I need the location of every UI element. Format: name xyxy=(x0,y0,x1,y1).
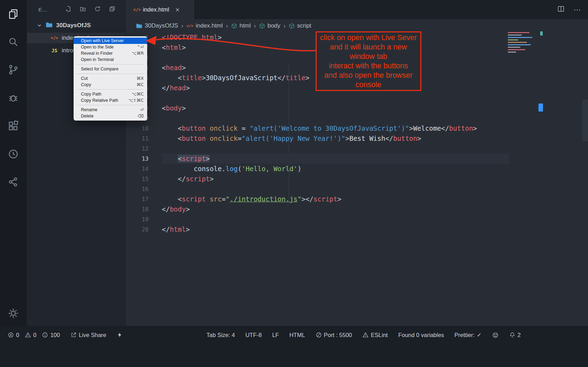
info-count[interactable]: 100 xyxy=(42,332,60,338)
line-text: <script> xyxy=(162,154,509,164)
breadcrumb-script[interactable]: script xyxy=(289,22,311,29)
notifications-bell[interactable]: 2 xyxy=(509,332,521,338)
breadcrumb-body[interactable]: body xyxy=(259,22,280,29)
code-line-7[interactable]: 7 xyxy=(126,93,509,103)
code-token xyxy=(206,124,210,132)
tab-size-status[interactable]: Tab Size: 4 xyxy=(206,332,235,338)
extensions-icon[interactable] xyxy=(6,119,20,133)
prettier-status[interactable]: Prettier:✓ xyxy=(454,332,482,338)
close-icon[interactable]: × xyxy=(175,6,180,13)
tree-root-folder[interactable]: 30DaysOfJS xyxy=(27,20,125,31)
annotation-line: console xyxy=(317,80,420,90)
eslint-status[interactable]: ESLint xyxy=(362,332,388,338)
code-token: </ xyxy=(162,84,170,92)
menu-item-open-in-terminal[interactable]: Open in Terminal xyxy=(74,56,147,63)
live-share-icon[interactable] xyxy=(6,175,20,189)
source-control-icon[interactable] xyxy=(6,63,20,77)
code-token: </ xyxy=(385,135,393,142)
code-token: <!DOCTYPE html xyxy=(162,33,218,41)
code-token: html xyxy=(166,44,182,51)
scrollbar[interactable] xyxy=(582,100,588,142)
code-line-9[interactable]: 9 xyxy=(126,113,509,123)
code-token: > xyxy=(206,155,210,162)
line-number: 19 xyxy=(126,214,149,224)
problems-errors[interactable]: 0 xyxy=(8,332,19,338)
annotation-line: interact with the buttons xyxy=(317,61,420,71)
breadcrumb-separator: › xyxy=(226,22,228,30)
menu-item-rename[interactable]: Rename⏎ xyxy=(74,107,147,113)
explorer-icon[interactable] xyxy=(6,7,20,21)
code-line-17[interactable]: 17 <script src="./introduction.js"></scr… xyxy=(126,194,509,204)
code-token xyxy=(162,165,194,173)
bell-icon xyxy=(509,332,515,338)
line-number: 14 xyxy=(126,164,149,174)
chevron-down-icon xyxy=(37,23,42,28)
menu-item-select-for-compare[interactable]: Select for Compare xyxy=(74,66,147,72)
breadcrumb-html[interactable]: html xyxy=(231,22,251,29)
line-text xyxy=(162,93,509,103)
code-line-16[interactable]: 16 xyxy=(126,184,509,194)
language-status[interactable]: HTML xyxy=(289,332,305,338)
feedback-smiley[interactable] xyxy=(492,332,499,338)
code-token: " xyxy=(226,195,229,203)
code-line-20[interactable]: 20</html> xyxy=(126,224,509,235)
split-editor-icon[interactable] xyxy=(557,5,565,14)
code-token: " xyxy=(297,195,301,203)
code-token: head xyxy=(170,84,186,92)
code-line-13[interactable]: 13 <script> xyxy=(126,154,509,164)
settings-gear-icon[interactable] xyxy=(6,306,20,320)
annotation-line: window tab xyxy=(317,52,420,61)
menu-item-label: Copy xyxy=(81,82,91,87)
menu-item-open-with-live-server[interactable]: Open with Live Server xyxy=(74,38,147,44)
menu-item-copy[interactable]: Copy⌘C xyxy=(74,82,147,88)
breadcrumb-separator: › xyxy=(181,22,183,30)
live-share-status[interactable]: Live Share xyxy=(70,332,106,338)
code-line-8[interactable]: 8<body> xyxy=(126,103,509,113)
code-line-12[interactable]: 12 xyxy=(126,144,509,154)
breadcrumb-file[interactable]: </> index.html xyxy=(186,22,223,29)
tab-bar: </> index.html × ⋯ xyxy=(126,0,588,19)
search-icon[interactable] xyxy=(6,35,20,49)
code-token: < xyxy=(178,124,182,132)
code-token: > xyxy=(210,175,213,183)
problems-warnings[interactable]: 0 xyxy=(25,332,36,338)
run-debug-icon[interactable] xyxy=(6,91,20,105)
menu-item-shortcut: ⌘C xyxy=(137,82,144,87)
menu-item-cut[interactable]: Cut⌘X xyxy=(74,75,147,82)
variables-status[interactable]: Found 0 variables xyxy=(398,332,444,338)
code-line-14[interactable]: 14 console.log('Hello, World') xyxy=(126,164,509,174)
code-token: = xyxy=(222,195,226,203)
eol-status[interactable]: LF xyxy=(272,332,279,338)
port-status[interactable]: Port : 5500 xyxy=(316,332,352,338)
collapse-folders-icon[interactable] xyxy=(109,6,115,14)
menu-item-copy-relative-path[interactable]: Copy Relative Path⌥⇧⌘C xyxy=(74,97,147,104)
line-text: <button onclick = "alert('Welcome to 30D… xyxy=(162,123,509,133)
code-token: </ xyxy=(278,74,286,82)
code-line-10[interactable]: 10 <button onclick = "alert('Welcome to … xyxy=(126,123,509,133)
tab-index-html[interactable]: </> index.html × xyxy=(126,0,194,19)
menu-item-delete[interactable]: Delete⌫ xyxy=(74,113,147,119)
menu-item-copy-path[interactable]: Copy Path⌥⌘C xyxy=(74,91,147,97)
code-token: html xyxy=(170,225,186,233)
more-actions-icon[interactable]: ⋯ xyxy=(574,6,581,14)
line-number: 12 xyxy=(126,144,149,154)
line-text: </body> xyxy=(162,204,509,214)
new-folder-icon[interactable] xyxy=(80,6,86,14)
clock-icon[interactable] xyxy=(6,147,20,161)
code-line-18[interactable]: 18</body> xyxy=(126,204,509,214)
new-file-icon[interactable] xyxy=(65,6,71,14)
lightning-status[interactable] xyxy=(117,332,122,338)
code-line-19[interactable]: 19 xyxy=(126,214,509,224)
encoding-status[interactable]: UTF-8 xyxy=(246,332,262,338)
breadcrumb-folder[interactable]: 30DaysOfJS xyxy=(136,22,178,29)
refresh-icon[interactable] xyxy=(94,6,101,14)
line-number: 16 xyxy=(126,184,149,194)
code-line-15[interactable]: 15 </script> xyxy=(126,174,509,184)
code-token: < xyxy=(178,135,182,142)
code-line-11[interactable]: 11 <button onclick="alert('Happy New Yea… xyxy=(126,133,509,144)
menu-item-reveal-in-finder[interactable]: Reveal in Finder⌥⌘R xyxy=(74,50,147,56)
lightning-icon xyxy=(117,332,122,338)
menu-item-open-to-the-side[interactable]: Open to the Side⌃⏎ xyxy=(74,44,147,50)
code-token: < xyxy=(178,155,182,162)
minimap[interactable] xyxy=(508,32,537,54)
